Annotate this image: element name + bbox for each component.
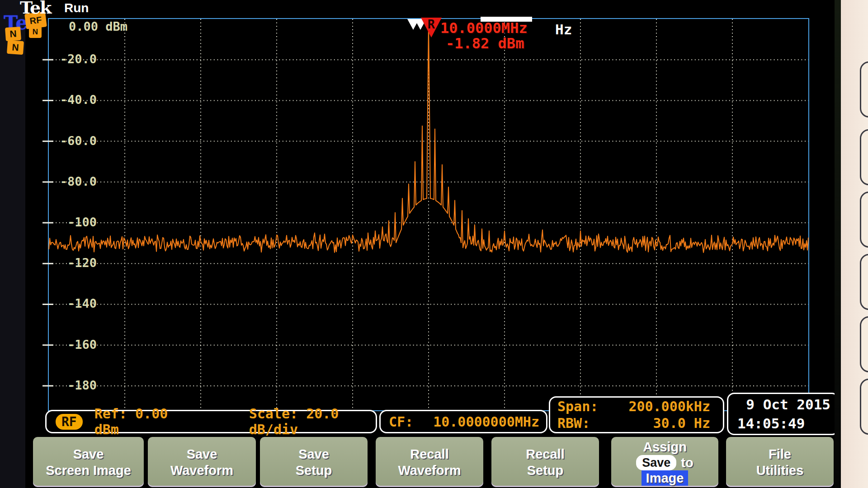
softkey-label: Waveform <box>398 462 461 479</box>
scale-readout: Scale: 20.0 dB/div <box>249 406 367 437</box>
bezel-softkey-button[interactable] <box>860 254 868 310</box>
bezel-softkey-button[interactable] <box>860 61 868 117</box>
screen-bezel-seam <box>835 0 841 488</box>
oscilloscope-screen: Te RF N N N Tek Run 0.00 dBm Hz R 10.000… <box>0 0 868 488</box>
softkey-label: Assign <box>643 439 687 455</box>
y-axis-label: -180 <box>54 378 97 392</box>
y-axis-label: -120 <box>54 256 97 270</box>
y-axis-label: -20.0 <box>54 52 97 66</box>
rf-channel-badge: RF <box>56 414 83 430</box>
n-badge-icon: N <box>7 40 24 55</box>
softkey-label: Save <box>187 446 217 462</box>
softkey-label: Setup <box>296 462 332 479</box>
time-readout: 14:05:49 <box>728 414 838 433</box>
marker-level-readout: -1.82 dBm <box>446 35 524 52</box>
span-rbw-readout: Span: 200.000kHz RBW: 30.0 Hz <box>549 396 724 433</box>
softkey-label: Screen Image <box>46 462 131 479</box>
spectrum-plot <box>49 19 808 410</box>
assign-target-highlight: Image <box>642 470 689 486</box>
y-axis-label: -80.0 <box>54 174 97 188</box>
graticule: 0.00 dBm Hz R 10.0000MHz -1.82 dBm -20.0… <box>48 18 809 411</box>
cf-label: CF: <box>389 414 413 430</box>
span-label: Span: <box>557 398 598 415</box>
n-badge-icon: N <box>29 26 42 38</box>
bezel-softkey-button[interactable] <box>860 129 868 185</box>
softkey-label: Save <box>298 446 329 462</box>
y-axis-label: -160 <box>54 338 97 352</box>
softkey-label: File <box>769 446 791 462</box>
softkey-label: Waveform <box>170 462 233 479</box>
y-axis-label: -40.0 <box>54 93 97 107</box>
y-axis-label: -100 <box>54 215 97 229</box>
save-screen-image-button[interactable]: Save Screen Image <box>33 437 144 487</box>
datetime-readout: 9 Oct 2015 14:05:49 <box>727 393 839 435</box>
n-badge-icon: N <box>5 27 21 41</box>
softkey-label: Recall <box>526 446 564 462</box>
assign-save-pill: Save <box>636 455 676 470</box>
softkey-label: Recall <box>410 446 448 462</box>
bezel-softkey-button[interactable] <box>860 379 868 435</box>
marker-frequency-readout: 10.0000MHz <box>440 19 528 37</box>
softkey-label: to <box>681 455 693 470</box>
recall-setup-button[interactable]: Recall Setup <box>491 437 599 487</box>
bezel-softkey-button[interactable] <box>860 316 868 372</box>
left-edge-strip <box>0 0 25 488</box>
date-readout: 9 Oct 2015 <box>728 395 838 414</box>
softkey-label: Setup <box>527 462 564 479</box>
save-waveform-button[interactable]: Save Waveform <box>148 437 256 487</box>
acquisition-status: Run <box>64 1 89 15</box>
occluded-marker-unit: Hz <box>555 21 572 38</box>
ref-level-readout: Ref: 0.00 dBm <box>94 406 179 437</box>
y-axis-label: -60.0 <box>54 134 97 148</box>
rbw-label: RBW: <box>557 415 590 432</box>
span-value: 200.000kHz <box>628 398 710 415</box>
rf-settings-readout: RF Ref: 0.00 dBm Scale: 20.0 dB/div <box>45 410 377 433</box>
assign-save-button[interactable]: Assign Save to Image <box>611 437 718 487</box>
tek-logo: Tek <box>20 0 51 18</box>
y-axis-label: -140 <box>54 296 97 310</box>
rbw-value: 30.0 Hz <box>653 415 710 432</box>
cf-value: 10.0000000MHz <box>433 414 539 430</box>
save-setup-button[interactable]: Save Setup <box>260 437 368 487</box>
file-utilities-button[interactable]: File Utilities <box>726 437 834 487</box>
reference-level-label: 0.00 dBm <box>69 19 127 33</box>
center-frequency-readout: CF: 10.0000000MHz <box>379 410 547 433</box>
recall-waveform-button[interactable]: Recall Waveform <box>376 437 483 487</box>
spectrum-trace <box>49 23 808 253</box>
softkey-label: Utilities <box>756 462 804 479</box>
softkey-label: Save <box>73 446 104 462</box>
bezel-softkey-button[interactable] <box>860 192 868 248</box>
